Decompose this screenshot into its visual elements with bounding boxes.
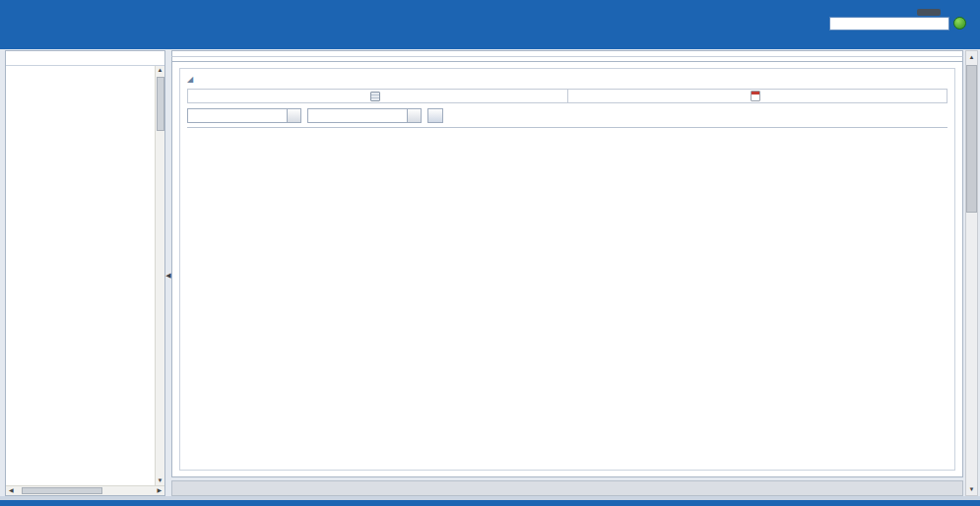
main-area: ▲ ▼ ◀ ▶ ◀ ◢: [0, 49, 980, 496]
data-grid-area: [187, 128, 947, 465]
application-window: ▲ ▼ ◀ ▶ ◀ ◢: [0, 0, 980, 506]
tree-horizontal-scrollbar[interactable]: ◀ ▶: [6, 485, 164, 495]
scroll-down-icon[interactable]: ▼: [158, 476, 163, 485]
version-value: [308, 109, 407, 122]
content-panel: ◢: [171, 50, 963, 496]
entity-dropdown-icon[interactable]: [287, 109, 300, 122]
page-selector-row: [187, 108, 947, 123]
member-selector-icon: [370, 92, 380, 101]
tree-vertical-scrollbar[interactable]: ▲ ▼: [155, 66, 164, 485]
page-title: [171, 50, 963, 57]
search-go-button[interactable]: [953, 17, 966, 30]
search-area: [825, 17, 974, 31]
search-input[interactable]: [829, 17, 949, 31]
pov-period[interactable]: [188, 90, 568, 102]
splitter-collapse-icon[interactable]: ◀: [165, 272, 170, 496]
toolbar-collapse-handle[interactable]: [917, 9, 941, 16]
version-dropdown-icon[interactable]: [407, 109, 421, 122]
pov-year[interactable]: [568, 90, 947, 102]
main-scroll-down-icon[interactable]: ▼: [969, 483, 975, 495]
accordion-my-task-list[interactable]: [6, 51, 164, 66]
go-button[interactable]: [427, 108, 443, 123]
scroll-up-icon[interactable]: ▲: [158, 66, 163, 75]
main-scroll-up-icon[interactable]: ▲: [969, 51, 975, 63]
task-tree-wrap: ▲ ▼: [6, 66, 164, 485]
main-scroll-thumb[interactable]: [966, 65, 977, 213]
tree-scroll-thumb[interactable]: [157, 77, 164, 131]
task-content: ◢: [171, 61, 963, 477]
task-footer-bar: [171, 480, 963, 496]
calendar-icon: [751, 91, 760, 101]
window-tab-bar: [0, 32, 980, 49]
disclosure-triangle-icon: ◢: [187, 75, 193, 84]
main-vertical-scrollbar[interactable]: ▲ ▼: [965, 50, 978, 496]
pov-bar: [187, 89, 947, 103]
form-region: ◢: [179, 68, 955, 471]
entity-combobox[interactable]: [187, 108, 301, 123]
toolbar: [0, 14, 980, 32]
entity-value: [188, 109, 287, 122]
task-tree: [6, 66, 155, 485]
scroll-right-icon[interactable]: ▶: [157, 486, 162, 495]
version-combobox[interactable]: [307, 108, 422, 123]
tree-hscroll-thumb[interactable]: [22, 487, 102, 494]
scroll-left-icon[interactable]: ◀: [9, 486, 14, 495]
form-disclosure[interactable]: ◢: [187, 75, 947, 84]
menu-bar: [0, 0, 980, 14]
window-frame-bottom: [0, 500, 980, 506]
sidebar: ▲ ▼ ◀ ▶: [5, 50, 165, 496]
